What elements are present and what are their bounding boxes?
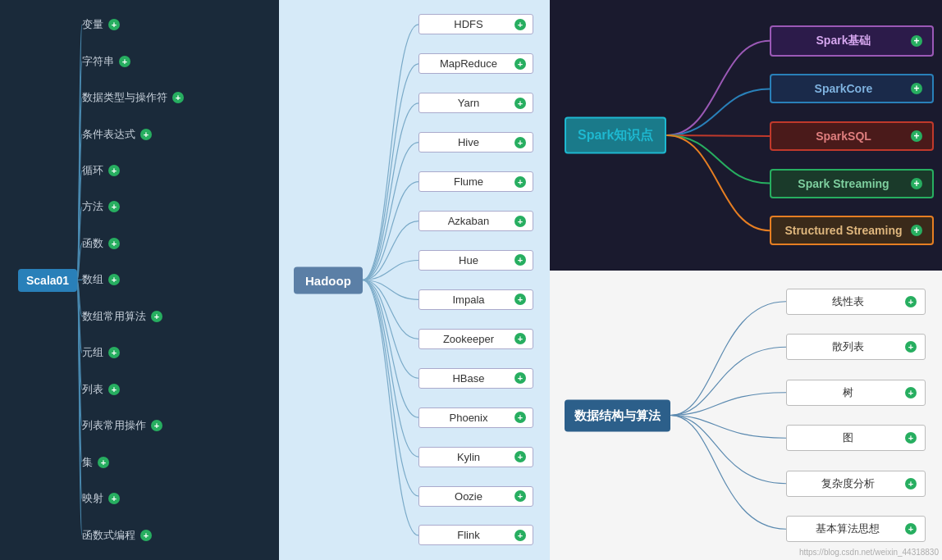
ds-item: 复杂度分析+ bbox=[786, 471, 926, 497]
scala-item-expand[interactable]: + bbox=[108, 384, 120, 395]
spark-panel: Spark知识点 Spark基础+SparkCore+SparkSQL+Spar… bbox=[550, 0, 942, 271]
hadoop-item-label: HDFS bbox=[426, 18, 511, 30]
hadoop-item-label: Yarn bbox=[426, 97, 511, 109]
scala-item-expand[interactable]: + bbox=[172, 92, 184, 103]
ds-item-label: 复杂度分析 bbox=[795, 476, 900, 491]
hadoop-item-label: Oozie bbox=[426, 490, 511, 503]
hadoop-item: Azkaban+ bbox=[418, 211, 533, 231]
hadoop-item-expand[interactable]: + bbox=[514, 137, 526, 148]
hadoop-item-label: Zookeeper bbox=[426, 333, 511, 345]
hadoop-item: Oozie+ bbox=[418, 486, 533, 507]
scala-item-expand[interactable]: + bbox=[119, 56, 130, 67]
hadoop-item: Flume+ bbox=[418, 171, 533, 192]
scala-item-label: 映射 bbox=[82, 491, 103, 506]
hadoop-item-label: Impala bbox=[426, 294, 511, 306]
scala-item-expand[interactable]: + bbox=[108, 274, 120, 285]
ds-item-expand[interactable]: + bbox=[905, 523, 917, 535]
scala-root-node[interactable]: Scala01 bbox=[18, 269, 77, 292]
ds-item: 图+ bbox=[786, 425, 926, 451]
scala-item-label: 数组 bbox=[82, 272, 103, 287]
scala-item-expand[interactable]: + bbox=[151, 420, 162, 431]
middle-panel: Hadoop HDFS+MapReduce+Yarn+Hive+Flume+Az… bbox=[279, 0, 550, 560]
scala-item: 映射+ bbox=[82, 491, 230, 506]
ds-item-label: 图 bbox=[795, 430, 900, 445]
watermark: https://blog.csdn.net/weixin_44318830 bbox=[799, 548, 939, 557]
scala-item-label: 条件表达式 bbox=[82, 127, 135, 142]
scala-item: 列表+ bbox=[82, 382, 230, 397]
scala-item-expand[interactable]: + bbox=[108, 347, 120, 358]
hadoop-item-expand[interactable]: + bbox=[514, 19, 526, 30]
scala-item-label: 方法 bbox=[82, 199, 103, 214]
hadoop-item-expand[interactable]: + bbox=[514, 451, 526, 462]
hadoop-item: Zookeeper+ bbox=[418, 329, 533, 349]
spark-item-expand[interactable]: + bbox=[911, 83, 922, 94]
hadoop-item-expand[interactable]: + bbox=[514, 98, 526, 109]
hadoop-item-expand[interactable]: + bbox=[514, 58, 526, 70]
hadoop-items-list: HDFS+MapReduce+Yarn+Hive+Flume+Azkaban+H… bbox=[418, 0, 533, 560]
ds-item: 线性表+ bbox=[786, 289, 926, 315]
hadoop-item-expand[interactable]: + bbox=[514, 294, 526, 305]
ds-item-label: 基本算法思想 bbox=[795, 521, 900, 536]
hadoop-item-label: MapReduce bbox=[426, 57, 511, 70]
spark-item-expand[interactable]: + bbox=[911, 130, 922, 142]
hadoop-item-label: Azkaban bbox=[426, 215, 511, 227]
spark-item: Structured Streaming+ bbox=[770, 216, 934, 245]
scala-item-label: 数组常用算法 bbox=[82, 309, 146, 324]
ds-item: 树+ bbox=[786, 380, 926, 406]
scala-item-label: 元组 bbox=[82, 345, 103, 360]
spark-items-list: Spark基础+SparkCore+SparkSQL+Spark Streami… bbox=[770, 0, 934, 271]
scala-item-expand[interactable]: + bbox=[108, 238, 120, 249]
spark-item: Spark Streaming+ bbox=[770, 169, 934, 198]
spark-item-label: Spark基础 bbox=[781, 34, 906, 48]
scala-item-expand[interactable]: + bbox=[108, 165, 120, 176]
ds-root-node[interactable]: 数据结构与算法 bbox=[565, 399, 670, 431]
hadoop-item-label: HBase bbox=[426, 372, 511, 385]
spark-item: Spark基础+ bbox=[770, 25, 934, 57]
hadoop-item: HBase+ bbox=[418, 368, 533, 389]
hadoop-item-expand[interactable]: + bbox=[514, 490, 526, 502]
spark-item-expand[interactable]: + bbox=[911, 178, 922, 189]
spark-item-expand[interactable]: + bbox=[911, 225, 922, 236]
ds-item-expand[interactable]: + bbox=[905, 387, 917, 398]
hadoop-item-expand[interactable]: + bbox=[514, 176, 526, 188]
scala-item: 元组+ bbox=[82, 345, 230, 360]
spark-item-label: SparkCore bbox=[781, 82, 906, 95]
scala-item: 函数+ bbox=[82, 236, 230, 251]
ds-item-expand[interactable]: + bbox=[905, 341, 917, 353]
scala-item-label: 集 bbox=[82, 455, 93, 470]
hadoop-item-expand[interactable]: + bbox=[514, 530, 526, 541]
scala-item-expand[interactable]: + bbox=[108, 19, 120, 30]
hadoop-root-node[interactable]: Hadoop bbox=[294, 266, 363, 294]
ds-item-expand[interactable]: + bbox=[905, 296, 917, 307]
scala-item-expand[interactable]: + bbox=[140, 530, 152, 541]
hadoop-item-expand[interactable]: + bbox=[514, 254, 526, 266]
hadoop-item-expand[interactable]: + bbox=[514, 412, 526, 423]
scala-item-expand[interactable]: + bbox=[108, 493, 120, 504]
ds-item-label: 树 bbox=[795, 385, 900, 400]
hadoop-item-expand[interactable]: + bbox=[514, 333, 526, 344]
scala-items-list: 变量+字符串+数据类型与操作符+条件表达式+循环+方法+函数+数组+数组常用算法… bbox=[82, 0, 230, 560]
right-panel: Spark知识点 Spark基础+SparkCore+SparkSQL+Spar… bbox=[550, 0, 942, 560]
scala-item-label: 字符串 bbox=[82, 54, 114, 69]
ds-item-label: 散列表 bbox=[795, 339, 900, 354]
hadoop-item-expand[interactable]: + bbox=[514, 216, 526, 227]
scala-item-expand[interactable]: + bbox=[108, 201, 120, 212]
ds-item: 散列表+ bbox=[786, 334, 926, 360]
spark-item-expand[interactable]: + bbox=[911, 35, 922, 47]
spark-item: SparkCore+ bbox=[770, 74, 934, 103]
hadoop-item: Yarn+ bbox=[418, 93, 533, 113]
hadoop-item-label: Flink bbox=[426, 529, 511, 541]
scala-item: 数组+ bbox=[82, 272, 230, 287]
spark-item: SparkSQL+ bbox=[770, 121, 934, 151]
scala-item: 函数式编程+ bbox=[82, 528, 230, 543]
scala-item-expand[interactable]: + bbox=[98, 457, 109, 468]
scala-item-expand[interactable]: + bbox=[140, 129, 152, 140]
spark-root-node[interactable]: Spark知识点 bbox=[565, 117, 666, 154]
hadoop-item-expand[interactable]: + bbox=[514, 372, 526, 384]
scala-item: 集+ bbox=[82, 455, 230, 470]
ds-item-expand[interactable]: + bbox=[905, 432, 917, 444]
spark-item-label: Spark Streaming bbox=[781, 177, 906, 190]
scala-item-expand[interactable]: + bbox=[151, 311, 162, 322]
scala-item: 数据类型与操作符+ bbox=[82, 90, 230, 105]
ds-item-expand[interactable]: + bbox=[905, 478, 917, 489]
